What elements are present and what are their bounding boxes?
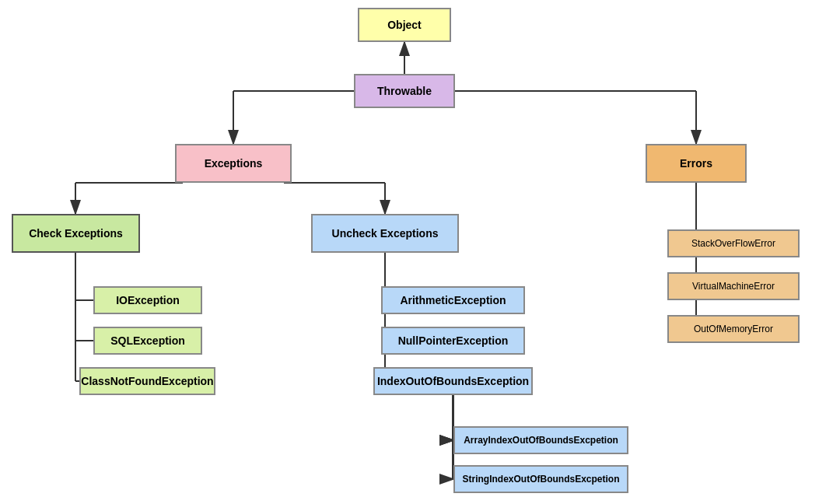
indexoutofbounds-node: IndexOutOfBoundsException [373, 367, 533, 395]
stackoverflow-label: StackOverFlowError [691, 238, 775, 249]
nullpointer-node: NullPointerException [381, 327, 525, 355]
object-node: Object [358, 8, 451, 42]
check-exceptions-label: Check Exceptions [29, 227, 123, 240]
classnotfound-label: ClassNotFoundException [81, 375, 213, 387]
stringindex-node: StringIndexOutOfBoundsExcpetion [453, 465, 628, 493]
stringindex-label: StringIndexOutOfBoundsExcpetion [463, 474, 620, 485]
outofmemory-label: OutOfMemoryError [694, 324, 773, 334]
arithmetic-label: ArithmeticException [400, 294, 506, 306]
arrayindex-label: ArrayIndexOutOfBoundsExcpetion [464, 435, 618, 446]
uncheck-exceptions-node: Uncheck Exceptions [311, 214, 459, 253]
errors-label: Errors [680, 157, 712, 170]
errors-node: Errors [646, 144, 747, 183]
ioexception-node: IOException [93, 286, 202, 314]
classnotfound-node: ClassNotFoundException [79, 367, 215, 395]
object-label: Object [387, 19, 422, 31]
exceptions-label: Exceptions [205, 157, 263, 170]
sqlexception-label: SQLException [110, 334, 185, 347]
uncheck-exceptions-label: Uncheck Exceptions [332, 227, 439, 240]
throwable-label: Throwable [377, 85, 432, 97]
arithmetic-node: ArithmeticException [381, 286, 525, 314]
stackoverflow-node: StackOverFlowError [667, 229, 800, 257]
outofmemory-node: OutOfMemoryError [667, 315, 800, 343]
throwable-node: Throwable [354, 74, 455, 108]
check-exceptions-node: Check Exceptions [12, 214, 140, 253]
arrayindex-node: ArrayIndexOutOfBoundsExcpetion [453, 426, 628, 454]
diagram: Object Throwable Exceptions Errors Check… [0, 0, 840, 504]
indexoutofbounds-label: IndexOutOfBoundsException [377, 375, 529, 387]
nullpointer-label: NullPointerException [398, 334, 509, 347]
exceptions-node: Exceptions [175, 144, 292, 183]
sqlexception-node: SQLException [93, 327, 202, 355]
ioexception-label: IOException [116, 294, 180, 306]
virtualmachine-label: VirtualMachineError [692, 281, 775, 292]
virtualmachine-node: VirtualMachineError [667, 272, 800, 300]
